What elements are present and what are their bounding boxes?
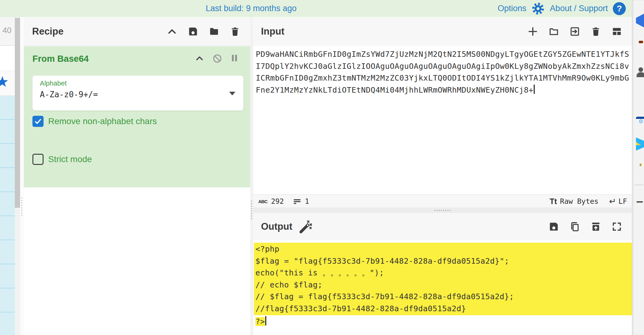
output-line: echo("this is 。。。。。。"); [255,267,632,279]
remove-nonalpha-checkbox-row[interactable]: Remove non-alphabet chars [32,116,157,127]
background-row [0,264,15,288]
app-icon-blue-arrow[interactable] [636,18,644,28]
star-icon: ★ [0,73,9,90]
options-link[interactable]: Options [498,4,526,13]
remove-nonalpha-checkbox[interactable] [32,116,44,127]
input-line: PD9waHANCiRmbGFnID0gImZsYWd7ZjUzMzNjM2Qt… [256,48,632,61]
clear-recipe-trash-icon[interactable] [230,26,240,37]
input-header: Input [253,17,632,46]
background-row [0,312,15,335]
line-count-icon [293,197,301,205]
recipe-title: Recipe [24,26,64,37]
output-line: // $flag = flag{f5333c3d-7b91-4482-828a-… [255,291,632,303]
io-pane: Input PD9waHANCiRmbGFnID [253,17,632,335]
disable-operation-ban-icon[interactable] [213,54,222,63]
alphabet-select[interactable]: Alphabet A-Za-z0-9+/= [32,76,243,111]
window-edge [20,17,24,335]
background-row [0,46,15,71]
background-row: ★ [0,71,15,96]
open-file-import-icon[interactable] [570,26,580,37]
save-recipe-icon[interactable] [188,26,198,37]
output-line: // echo $flag; [255,279,632,291]
output-line: //flag{f5333c3d-7b91-4482-828a-df9da0515… [255,303,632,315]
load-recipe-folder-icon[interactable] [209,26,219,37]
input-line: Fne2Y1MzMzYzNkLTdiOTEtNDQ4Mi04MjhhLWRmOW… [256,84,632,96]
char-count-value: 292 [271,197,284,205]
splitter-grip-dots [435,210,451,211]
input-title: Input [253,26,284,37]
background-row [0,144,15,168]
input-footer: ABC 292 1 Tt Raw Bytes ↵ LF [253,195,632,208]
background-row [0,192,15,216]
output-highlight-block: <?php $flag = "flag{f5333c3d-7b91-4482-8… [254,243,632,315]
taskbar-dash [637,201,643,203]
about-support-link[interactable]: About / Support [550,4,608,13]
background-row [0,96,15,120]
line-count-value: 1 [305,197,309,205]
background-row [0,120,15,144]
open-folder-icon[interactable] [549,26,559,37]
cyberchef-screen: Last build: 9 months ago Options About /… [0,0,644,335]
app-icon-paper-plane[interactable] [636,141,644,152]
pane-splitter-horizontal[interactable] [253,207,632,213]
chevron-up-icon[interactable] [167,26,177,37]
text-encoding-value[interactable]: Raw Bytes [560,197,599,205]
eol-icon[interactable]: ↵ [609,196,616,206]
caret-down-icon [229,92,235,95]
background-row [0,240,15,264]
copy-output-icon[interactable] [570,221,580,232]
output-line: ?> [254,316,266,328]
text-cursor [534,85,535,94]
app-icon-person[interactable] [636,67,644,78]
banner-links: Options About / Support ? [498,0,626,17]
output-header: Output [253,213,632,241]
background-window[interactable]: 40 ★ [0,17,15,335]
output-textarea: <?php $flag = "flag{f5333c3d-7b91-4482-8… [253,240,632,335]
top-banner: Last build: 9 months ago Options About /… [0,0,632,17]
maximize-output-icon[interactable] [612,221,622,232]
char-count-icon: ABC [258,199,267,204]
alphabet-value: A-Za-z0-9+/= [40,90,98,99]
strict-mode-checkbox-row[interactable]: Strict mode [32,154,92,165]
open-output-in-tab-icon[interactable] [591,221,601,232]
magic-wand-icon[interactable] [298,220,312,234]
gear-icon[interactable] [531,2,545,15]
background-row-label: 40 [0,17,15,46]
breakpoint-pause-icon[interactable] [230,54,240,63]
tab-layout-icon[interactable] [612,26,622,37]
background-scrollbar [15,17,20,335]
operation-title: From Base64 [32,54,89,64]
recipe-pane: Recipe From Base64 [24,17,250,335]
alphabet-label: Alphabet [40,79,67,87]
eol-value[interactable]: LF [618,197,627,205]
clear-input-trash-icon[interactable] [591,26,601,37]
input-textarea[interactable]: PD9waHANCiRmbGFnID0gImZsYWd7ZjUzMzNjM2Qt… [253,46,632,195]
strict-mode-label: Strict mode [48,154,92,164]
splitter-grip-dots [251,201,252,219]
add-input-tab-plus-icon[interactable] [528,26,538,37]
taskbar-strip [632,0,644,335]
text-cursor [265,316,266,325]
output-title: Output [253,221,293,232]
strict-mode-checkbox[interactable] [32,154,44,165]
text-encoding-icon[interactable]: Tt [549,197,557,206]
app-icon-tree[interactable] [636,164,644,175]
output-line: <?php [255,243,632,255]
save-output-icon[interactable] [549,221,559,232]
edge-grip-dots [21,198,22,216]
background-row [0,216,15,240]
input-line: ICRmbGFnID0gZmxhZ3tmNTMzM2MzZC03YjkxLTQ0… [256,72,632,84]
help-icon[interactable]: ? [613,2,626,15]
collapse-operation-icon[interactable] [195,54,204,63]
remove-nonalpha-label: Remove non-alphabet chars [48,116,157,126]
app-icon-copilot[interactable] [636,92,644,103]
last-build-text: Last build: 9 months ago [206,0,297,17]
operation-from-base64[interactable]: From Base64 Alphabet A-Za-z0-9+/= [24,46,250,187]
app-icon-toolbox[interactable] [636,43,644,53]
input-line: I7DQplY2hvKCJ0aGlzIGlzIOOAguOAguOAguOAgu… [256,61,632,73]
pane-splitter-vertical[interactable] [250,17,253,335]
output-line: $flag = "flag{f5333c3d-7b91-4482-828a-df… [255,255,632,267]
background-scrollbar-thumb[interactable] [15,18,20,208]
background-row [0,168,15,192]
app-icon-camera[interactable] [636,117,644,127]
